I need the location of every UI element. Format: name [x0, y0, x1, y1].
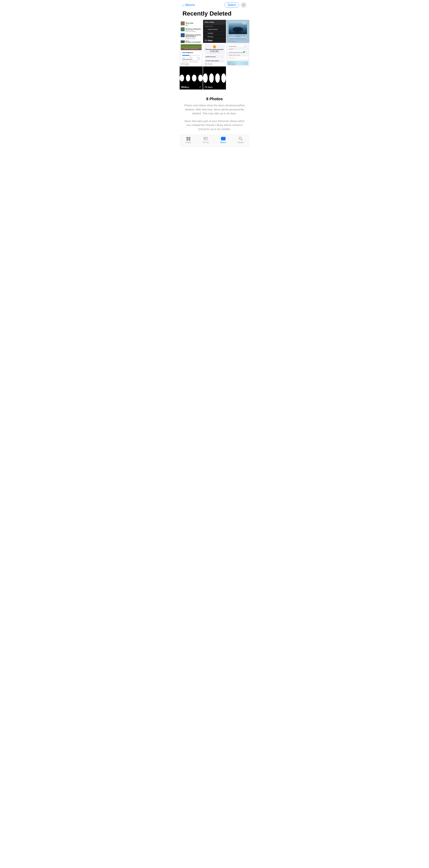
- days-badge-7: 29 days: [181, 86, 189, 88]
- header: ‹ Albums Select ···: [180, 0, 249, 9]
- page-title: Recently Deleted: [180, 9, 249, 20]
- homekit-status-text: This home and all accessories are up to …: [205, 49, 224, 52]
- homekit-check-icon: !: [213, 45, 216, 48]
- svg-rect-6: [206, 138, 207, 138]
- ringtones-section-label: RINGTONES: [203, 25, 226, 28]
- tab-library[interactable]: Library: [180, 136, 197, 144]
- deletion-description: Photos and videos show the days remainin…: [184, 103, 245, 116]
- photo-cell-3[interactable]: or, TheWhale 0% 24 hours, 37 minutes rem…: [226, 20, 249, 43]
- wallpaper-section-label: HOME WALLPAPER: [227, 54, 248, 56]
- photo-cell-6[interactable]: Sound Check SCENES Show Suggested Scenes…: [226, 43, 249, 66]
- brightness-title: Video Brightness: [182, 52, 200, 54]
- library-icon: [186, 136, 191, 141]
- for-you-icon: [203, 136, 208, 141]
- photo-cell-7[interactable]: Cove ✓ 29 days: [180, 66, 203, 90]
- svg-line-11: [241, 139, 242, 140]
- search-tab-label: Search: [238, 142, 244, 144]
- days-badge-6: 29 days: [228, 62, 236, 65]
- info-section: 8 Photos Photos and videos show the days…: [180, 90, 249, 135]
- svg-rect-1: [189, 137, 190, 139]
- cove-check-icon: ✓: [199, 86, 201, 88]
- back-button[interactable]: ‹ Albums: [182, 3, 195, 7]
- photo-cell-2[interactable]: Pick a song › RINGTONES ✓ Radial (Defaul…: [203, 20, 226, 43]
- tab-search[interactable]: Search: [232, 136, 250, 144]
- photo-grid: ★★★★★ The Art of War Sun Tzu FREE ★★★★☆ …: [180, 20, 249, 90]
- days-badge-2: 29 days: [204, 39, 213, 42]
- ellipsis-icon: ···: [242, 3, 245, 7]
- svg-rect-0: [187, 137, 188, 139]
- photo-count: 8 Photos: [184, 97, 245, 101]
- select-button[interactable]: Select: [225, 2, 239, 8]
- shared-library-note: Items that were part of your Personal Li…: [184, 119, 245, 131]
- audio-cover-3: [181, 33, 184, 37]
- scenes-section-label: SCENES: [227, 48, 248, 50]
- more-button[interactable]: ···: [241, 2, 247, 8]
- svg-rect-7: [206, 138, 207, 139]
- photo-cell-1[interactable]: ★★★★★ The Art of War Sun Tzu FREE ★★★★☆ …: [180, 20, 203, 43]
- albums-icon: [221, 136, 226, 141]
- svg-point-5: [204, 138, 205, 139]
- homekit-checked-text: Last checked: 19:15: [210, 52, 219, 53]
- tab-for-you[interactable]: For You: [197, 136, 215, 144]
- photo-cell-5[interactable]: ! This home and all accessories are up t…: [203, 43, 226, 66]
- header-actions: Select ···: [225, 2, 247, 8]
- library-tab-label: Library: [185, 142, 191, 144]
- search-icon: [238, 136, 243, 141]
- back-label: Albums: [185, 3, 195, 7]
- homepod-updates-item: HomePod Beta Updates ›: [204, 59, 225, 63]
- albums-tab-label: Albums: [220, 142, 226, 144]
- days-badge-1: 29 days: [181, 39, 189, 42]
- pick-song-title: Pick a song: [205, 21, 214, 23]
- for-you-tab-label: For You: [203, 142, 209, 144]
- svg-rect-2: [187, 139, 188, 141]
- photo-cell-8[interactable]: 29 days: [203, 66, 226, 90]
- days-badge-8: 29 days: [204, 86, 213, 88]
- svg-rect-9: [221, 137, 225, 140]
- updated-recently-item: Updated Recently ›: [204, 55, 225, 58]
- svg-rect-3: [189, 139, 190, 141]
- tab-bar: Library For You Albums Search: [180, 135, 249, 147]
- back-chevron-icon: ‹: [182, 3, 184, 7]
- photo-cell-4[interactable]: Pinch to zoom into the video. Video Brig…: [180, 43, 203, 66]
- days-badge-3: 29 days: [228, 39, 236, 42]
- days-badge-4: 29 days: [181, 62, 189, 65]
- days-badge-5: 29 days: [204, 62, 213, 65]
- tab-albums[interactable]: Albums: [214, 136, 232, 144]
- audio-cover-1: [181, 22, 184, 25]
- audio-cover-2: [181, 27, 184, 31]
